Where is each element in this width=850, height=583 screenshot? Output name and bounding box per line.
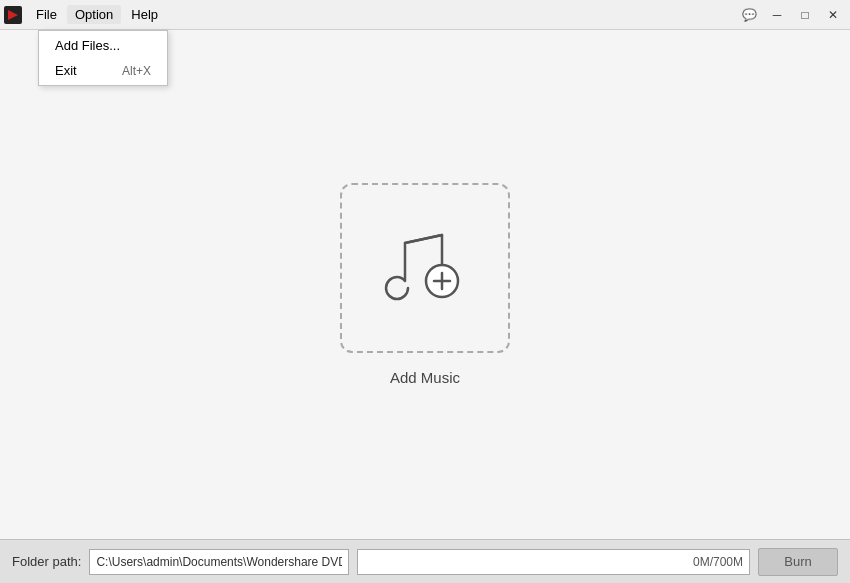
svg-line-5 xyxy=(405,235,442,243)
storage-text: 0M/700M xyxy=(693,555,743,569)
chat-button[interactable]: 💬 xyxy=(736,4,762,26)
main-content: Add Music xyxy=(0,30,850,539)
maximize-button[interactable]: □ xyxy=(792,4,818,26)
menu-exit[interactable]: Exit Alt+X xyxy=(39,58,167,83)
add-music-drop-zone[interactable] xyxy=(340,183,510,353)
app-icon xyxy=(4,6,22,24)
title-bar-controls: 💬 ─ □ ✕ xyxy=(736,4,846,26)
status-bar: Folder path: 0M/700M Burn xyxy=(0,539,850,583)
menu-bar: File Option Help xyxy=(28,5,166,24)
title-bar-left: File Option Help xyxy=(4,5,166,24)
burn-button[interactable]: Burn xyxy=(758,548,838,576)
menu-add-files[interactable]: Add Files... xyxy=(39,33,167,58)
minimize-button[interactable]: ─ xyxy=(764,4,790,26)
menu-option[interactable]: Option xyxy=(67,5,121,24)
close-button[interactable]: ✕ xyxy=(820,4,846,26)
file-dropdown-menu: Add Files... Exit Alt+X xyxy=(38,30,168,86)
add-music-icon xyxy=(370,213,480,323)
menu-file[interactable]: File xyxy=(28,5,65,24)
menu-help[interactable]: Help xyxy=(123,5,166,24)
folder-path-label: Folder path: xyxy=(12,554,81,569)
add-music-area[interactable]: Add Music xyxy=(340,183,510,386)
title-bar: File Option Help 💬 ─ □ ✕ xyxy=(0,0,850,30)
storage-bar: 0M/700M xyxy=(357,549,750,575)
add-music-label: Add Music xyxy=(390,369,460,386)
folder-path-input[interactable] xyxy=(89,549,349,575)
